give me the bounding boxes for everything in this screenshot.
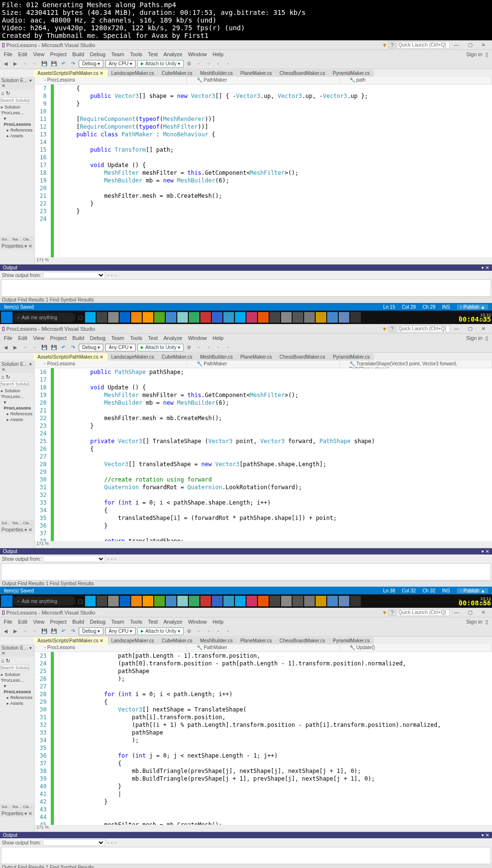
references-node[interactable]: ▸ References (1, 411, 33, 417)
editor-tab[interactable]: Assets\Scripts\PathMaker.cs ✕ (34, 70, 108, 77)
taskbar-app-icon[interactable] (131, 312, 142, 323)
editor-tab[interactable]: CubeMaker.cs (158, 353, 196, 361)
project-node[interactable]: ▾ ProcLessons (1, 399, 33, 411)
menu-item[interactable]: Help (210, 51, 227, 57)
redo-icon[interactable]: ↷ (69, 60, 77, 68)
taskbar-app-icon[interactable] (131, 596, 142, 606)
taskbar-app-icon[interactable] (223, 312, 234, 323)
taskbar-app-icon[interactable] (108, 596, 119, 606)
publish-button[interactable]: ↑ Publish ▲ (457, 304, 488, 310)
editor-tab[interactable]: Assets\Scripts\PathMaker.cs ✕ (34, 637, 108, 644)
tb-icon[interactable]: ▫ (214, 344, 222, 351)
tb-icon[interactable]: ▫ (111, 273, 113, 278)
nav-back-icon[interactable]: ◀ (2, 627, 10, 635)
menu-item[interactable]: Project (47, 335, 69, 341)
menu-item[interactable]: Build (70, 335, 87, 341)
taskbar-app-icon[interactable] (304, 596, 315, 606)
solution-node[interactable]: ▸ Solution 'ProcLess… (1, 672, 33, 683)
menu-item[interactable]: View (30, 335, 48, 341)
save-icon[interactable]: 💾 (40, 344, 48, 351)
home-icon[interactable]: ⌂ (1, 374, 4, 380)
menu-item[interactable]: Debug (87, 335, 108, 341)
taskbar-app-icon[interactable] (85, 596, 96, 606)
menu-item[interactable]: Edit (15, 335, 30, 341)
output-source-dropdown[interactable] (43, 555, 105, 562)
menu-item[interactable]: Tools (127, 335, 145, 341)
taskbar-app-icon[interactable] (327, 596, 338, 606)
tb-icon[interactable]: ▫ (195, 60, 203, 68)
output-body[interactable] (1, 563, 491, 580)
platform-dropdown[interactable]: Any CPU ▾ (105, 60, 135, 68)
editor-tab[interactable]: Assets\Scripts\PathMaker.cs ✕ (34, 353, 108, 361)
menu-item[interactable]: View (30, 619, 48, 625)
tb-icon[interactable]: ▫ (111, 840, 113, 845)
notify-icon[interactable]: ▼ (382, 326, 387, 332)
crumb-project[interactable]: ▫ ProcLessons (35, 77, 187, 84)
solution-search-input[interactable] (0, 97, 29, 103)
tb-icon[interactable]: ▫ (224, 344, 232, 351)
taskbar-app-icon[interactable] (235, 596, 246, 606)
menu-item[interactable]: Tools (127, 619, 145, 625)
menu-item[interactable]: Tools (127, 51, 145, 57)
tb-icon[interactable]: ▫ (214, 60, 222, 68)
code-text[interactable]: public PathShape pathShape; void Update … (60, 368, 492, 541)
taskbar-app-icon[interactable] (212, 312, 222, 323)
taskbar-app-icon[interactable] (327, 312, 338, 323)
tb-icon[interactable]: ▫ (205, 344, 212, 351)
platform-dropdown[interactable]: Any CPU ▾ (105, 344, 135, 351)
menu-item[interactable]: Window (185, 51, 209, 57)
quick-launch-input[interactable] (397, 326, 450, 332)
tb-icon[interactable]: ▫ (224, 627, 232, 635)
outline-col[interactable] (54, 368, 60, 541)
editor-tab[interactable]: ChessBoardMaker.cs (276, 637, 329, 644)
close-button[interactable]: ✕ (477, 326, 490, 331)
output-source-dropdown[interactable] (43, 839, 105, 846)
taskbar-app-icon[interactable] (258, 312, 269, 323)
tb-icon[interactable]: ⚙ (185, 344, 193, 351)
open-icon[interactable]: ▫ (31, 627, 38, 635)
config-dropdown[interactable]: Debug ▾ (79, 627, 103, 635)
code-editor[interactable]: 7 8 9 10 11 12 13 14 15 16 17 18 19 20 2… (35, 84, 492, 257)
tb-icon[interactable]: ▫ (111, 556, 113, 562)
tb-icon[interactable]: ▫ (205, 627, 212, 635)
bottom-tabs[interactable]: Sol… Tea… Cla… (0, 520, 34, 526)
attach-button[interactable]: Attach to Unity ▾ (137, 60, 184, 68)
menu-item[interactable]: Team (109, 51, 127, 57)
taskbar-app-icon[interactable] (143, 596, 153, 606)
outline-col[interactable] (54, 84, 60, 257)
menu-item[interactable]: Team (109, 335, 127, 341)
menu-item[interactable]: Window (185, 619, 209, 625)
tb-icon[interactable]: ⚙ (185, 60, 193, 68)
project-node[interactable]: ▾ ProcLessons (1, 116, 33, 127)
taskbar-app-icon[interactable] (143, 312, 153, 323)
notify-icon[interactable]: ▼ (382, 610, 387, 615)
taskview-icon[interactable]: ▢ (76, 314, 85, 321)
nav-back-icon[interactable]: ◀ (2, 60, 10, 68)
attach-button[interactable]: Attach to Unity ▾ (137, 344, 184, 351)
tb-icon[interactable]: ▫ (107, 556, 109, 562)
minimize-button[interactable]: — (450, 42, 463, 48)
menu-item[interactable]: Build (70, 51, 87, 57)
nav-fwd-icon[interactable]: ▶ (12, 344, 19, 351)
code-text[interactable]: { public Vector3[] shape = new Vector3[]… (60, 84, 492, 257)
menu-item[interactable]: File (1, 51, 15, 57)
tb-icon[interactable]: ▫ (205, 60, 212, 68)
output-tabs[interactable]: Output Find Results 1 Find Symbol Result… (0, 864, 492, 868)
menu-item[interactable]: Analyze (160, 619, 185, 625)
editor-tab[interactable]: MeshBuilder.cs (196, 637, 236, 644)
start-button[interactable] (1, 312, 12, 323)
crumb-class[interactable]: 🔧 PathMaker (187, 361, 339, 368)
assets-node[interactable]: ▸ Assets (1, 700, 33, 706)
code-editor[interactable]: 16 17 18 19 20 21 22 23 24 25 26 27 28 2… (35, 368, 492, 541)
taskbar-app-icon[interactable] (339, 596, 349, 606)
code-editor[interactable]: 23 24 25 26 27 28 29 30 31 32 33 34 35 3… (35, 652, 492, 825)
crumb-member[interactable]: 🔧 Update() (340, 644, 492, 651)
home-icon[interactable]: ⌂ (1, 90, 4, 96)
project-node[interactable]: ▾ ProcLessons (1, 683, 33, 695)
tb-icon[interactable]: ▫ (114, 556, 116, 562)
taskbar-app-icon[interactable] (293, 312, 303, 323)
menu-item[interactable]: Debug (87, 51, 108, 57)
menu-item[interactable]: Edit (15, 51, 30, 57)
undo-icon[interactable]: ↶ (60, 344, 67, 351)
config-dropdown[interactable]: Debug ▾ (79, 60, 103, 68)
